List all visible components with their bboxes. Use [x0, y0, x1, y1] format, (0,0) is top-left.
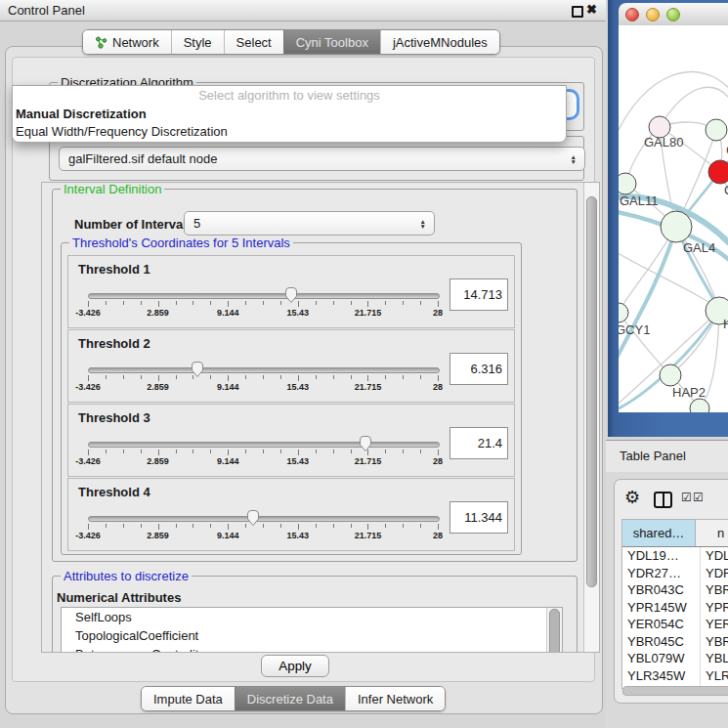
cell-shared-name[interactable]: YDL19…: [622, 547, 701, 565]
cell-shared-name[interactable]: YBL079W: [622, 650, 701, 667]
threshold-value-field[interactable]: 14.713: [450, 278, 508, 311]
interval-definition-title: Interval Definition: [61, 182, 164, 196]
close-traffic-light-icon[interactable]: [625, 8, 639, 21]
cell-name[interactable]: YDL1: [701, 547, 728, 565]
numerical-attributes-list[interactable]: SelfLoopsTopologicalCoefficientBetweenne…: [61, 607, 563, 653]
node-table: shared… n YDL19…YDL1YDR27…YDR2YBR043CYBR…: [621, 519, 728, 689]
apply-button[interactable]: Apply: [261, 655, 329, 677]
tab-style[interactable]: Style: [171, 30, 224, 54]
column-header-name[interactable]: n: [696, 520, 728, 546]
network-node[interactable]: [708, 160, 728, 184]
tab-impute-data[interactable]: Impute Data: [142, 687, 235, 710]
threshold-value-field[interactable]: 21.4: [450, 427, 508, 459]
threshold-panel: Threshold 3 -3.4262.8599.14415.4321.7152…: [67, 404, 515, 477]
tick-label: 28: [433, 308, 443, 318]
tab-network[interactable]: Network: [83, 30, 171, 54]
minimize-traffic-light-icon[interactable]: [646, 8, 660, 21]
cell-name[interactable]: YBR0: [701, 633, 728, 651]
attributes-scrollbar-thumb[interactable]: [549, 609, 560, 653]
attribute-item[interactable]: TopologicalCoefficient: [62, 626, 562, 645]
network-node-label: H: [723, 317, 728, 331]
tick-label: 2.859: [147, 531, 169, 540]
network-window-frame: GAL80GCGAL11GAL4GCY1HHAP2: [608, 0, 728, 437]
columns-icon[interactable]: [654, 492, 672, 508]
network-node[interactable]: [661, 211, 692, 242]
network-node[interactable]: [690, 399, 709, 412]
tab-jactivemnodules[interactable]: jActiveMNodules: [380, 30, 499, 54]
gear-icon[interactable]: ⚙: [624, 487, 640, 508]
network-node[interactable]: [619, 173, 636, 194]
tab-select[interactable]: Select: [224, 30, 283, 54]
tick-label: 21.715: [355, 308, 382, 318]
tick-label: 21.715: [355, 382, 382, 392]
table-row[interactable]: YBL079WYBL0: [622, 650, 728, 667]
tick-label: 15.43: [287, 308, 310, 318]
network-node[interactable]: [619, 303, 628, 322]
dropdown-option-manual[interactable]: Manual Discretization: [13, 105, 566, 122]
float-window-icon[interactable]: [572, 6, 583, 18]
dropdown-option-equal-width[interactable]: Equal Width/Frequency Discretization: [13, 122, 566, 140]
threshold-panel: Threshold 2 -3.4262.8599.14415.4321.7152…: [67, 329, 515, 403]
attributes-group: Attributes to discretize Numerical Attri…: [52, 576, 578, 653]
threshold-value-field[interactable]: 11.344: [450, 501, 508, 534]
tab-discretize-data[interactable]: Discretize Data: [235, 687, 345, 710]
tick-label: 2.859: [147, 308, 169, 318]
cell-shared-name[interactable]: YPR145W: [622, 599, 701, 617]
number-of-intervals-combobox[interactable]: 5 ▲▼: [184, 211, 435, 236]
column-header-shared-name[interactable]: shared…: [622, 520, 696, 546]
table-row[interactable]: YLR345WYLR3: [622, 667, 728, 685]
tick-label: 9.144: [217, 308, 239, 318]
tick-label: -3.426: [75, 308, 101, 318]
network-node[interactable]: [706, 119, 727, 141]
table-row[interactable]: YBR043CYBR0: [622, 581, 728, 599]
threshold-slider[interactable]: [88, 442, 440, 448]
table-data-combobox[interactable]: galFiltered.sif default node ▲▼: [59, 147, 585, 171]
table-horizontal-scrollbar-thumb[interactable]: [622, 686, 728, 696]
threshold-slider[interactable]: [88, 516, 440, 522]
table-row[interactable]: YDR27…YDR2: [622, 565, 728, 582]
threshold-slider[interactable]: [88, 367, 440, 373]
tab-cyni-toolbox[interactable]: Cyni Toolbox: [283, 30, 380, 54]
zoom-traffic-light-icon[interactable]: [666, 8, 680, 21]
cell-name[interactable]: YLR3: [701, 667, 728, 685]
algorithm-dropdown-popup: Select algorithm to view settings Manual…: [12, 85, 567, 143]
cell-shared-name[interactable]: YLR345W: [622, 667, 701, 685]
table-panel-titlebar: Table Panel: [606, 440, 728, 473]
tick-label: 15.43: [287, 531, 310, 540]
table-panel-body: ⚙ ☑ ☑ shared… n YDL19…YDL1YDR27…YDR2YBR0…: [614, 479, 728, 704]
table-row[interactable]: YDL19…YDL1: [622, 547, 728, 565]
table-horizontal-scrollbar[interactable]: [621, 686, 728, 695]
attribute-item[interactable]: SelfLoops: [62, 608, 562, 626]
cell-shared-name[interactable]: YBR045C: [622, 633, 701, 651]
control-panel-titlebar: Control Panel ✖: [0, 0, 606, 21]
cell-name[interactable]: YBL0: [701, 650, 728, 667]
threshold-slider[interactable]: [88, 293, 440, 299]
cell-shared-name[interactable]: YBR043C: [622, 581, 701, 599]
network-node[interactable]: [660, 364, 681, 386]
attribute-item[interactable]: BetweennessCentrality: [62, 645, 562, 653]
tab-infer-network[interactable]: Infer Network: [345, 687, 445, 710]
settings-scrollbar[interactable]: [583, 183, 599, 652]
threshold-value-field[interactable]: 6.316: [450, 353, 508, 385]
table-data-value: galFiltered.sif default node: [68, 151, 217, 166]
cell-name[interactable]: YDR2: [701, 565, 728, 582]
checkbox-icon[interactable]: ☑: [693, 491, 704, 504]
close-icon[interactable]: ✖: [586, 2, 597, 17]
checkbox-icon[interactable]: ☑: [681, 491, 692, 504]
table-row[interactable]: YER054CYER0: [622, 616, 728, 633]
table-row[interactable]: YBR045CYBR0: [622, 633, 728, 651]
cell-name[interactable]: YPR1: [701, 599, 728, 617]
cell-shared-name[interactable]: YER054C: [622, 616, 701, 633]
cell-shared-name[interactable]: YDR27…: [622, 565, 701, 582]
network-node-label: GAL4: [683, 240, 715, 255]
attributes-scrollbar[interactable]: [546, 608, 562, 653]
tab-network-label: Network: [112, 35, 159, 50]
dropdown-header: Select algorithm to view settings: [13, 86, 566, 105]
network-canvas[interactable]: GAL80GCGAL11GAL4GCY1HHAP2: [619, 25, 728, 412]
table-row[interactable]: YPR145WYPR1: [622, 599, 728, 617]
settings-scrollbar-thumb[interactable]: [586, 196, 597, 587]
screen: Control Panel ✖ Network Style Select Cyn…: [0, 0, 728, 728]
cell-name[interactable]: YBR0: [701, 581, 728, 599]
threshold-label: Threshold 3: [78, 410, 150, 425]
cell-name[interactable]: YER0: [701, 616, 728, 633]
